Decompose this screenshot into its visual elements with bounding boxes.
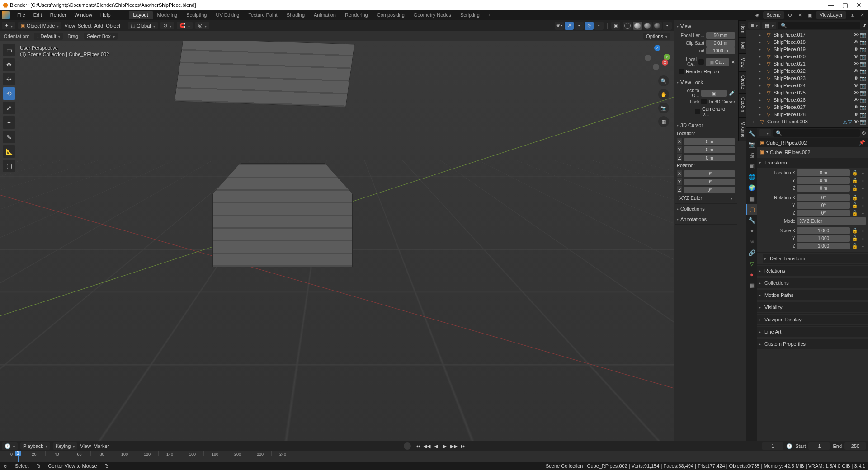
hide-icon[interactable]: 👁 bbox=[854, 32, 859, 38]
delete-scene-button[interactable]: ✕ bbox=[796, 11, 804, 19]
delete-viewlayer-button[interactable]: ✕ bbox=[858, 11, 866, 19]
gizmo-z[interactable]: Z bbox=[654, 45, 660, 51]
ptab-physics[interactable]: ⚛ bbox=[746, 236, 757, 247]
outliner-row[interactable]: ▸▽ShipPiece.017👁📷 bbox=[746, 31, 868, 38]
vh-select[interactable]: Select bbox=[78, 23, 92, 28]
cursor-ry-input[interactable]: 0° bbox=[684, 179, 735, 185]
scale-z-input[interactable]: 1.000 bbox=[797, 243, 850, 249]
npanel-tab-view[interactable]: View bbox=[738, 54, 746, 72]
tab-layout[interactable]: Layout bbox=[129, 11, 153, 19]
annotations-header[interactable]: Annotations bbox=[675, 215, 737, 223]
outliner-filter-button[interactable]: ⧩ bbox=[862, 23, 866, 28]
ptab-constraints[interactable]: 🔗 bbox=[746, 247, 757, 258]
keying-menu[interactable]: Keying bbox=[53, 442, 78, 450]
viewlock-header[interactable]: View Lock bbox=[675, 78, 737, 86]
cursor-z-input[interactable]: 0 m bbox=[684, 155, 735, 161]
prop-section-header[interactable]: Relations bbox=[757, 266, 868, 276]
current-frame-input[interactable]: 1 bbox=[762, 442, 783, 450]
vh-object[interactable]: Object bbox=[106, 23, 120, 28]
tool-select-box[interactable]: ▭ bbox=[3, 44, 15, 56]
tab-rendering[interactable]: Rendering bbox=[340, 11, 373, 19]
menu-file[interactable]: File bbox=[14, 11, 29, 19]
disable-icon[interactable]: 📷 bbox=[860, 104, 866, 110]
lock-lz[interactable]: 🔓 bbox=[852, 185, 858, 191]
lock-rz[interactable]: 🔓 bbox=[852, 210, 858, 216]
timeline-ruler[interactable]: 1 020406080100120140160180200220240 bbox=[0, 451, 868, 462]
new-viewlayer-button[interactable]: ⊕ bbox=[848, 11, 856, 19]
tool-move[interactable]: ✢ bbox=[3, 73, 15, 85]
new-scene-button[interactable]: ⊕ bbox=[786, 11, 794, 19]
object-name-field[interactable]: ▣▾ Cube_RPipes.002 bbox=[757, 147, 868, 157]
disable-icon[interactable]: 📷 bbox=[860, 83, 866, 89]
end-frame-input[interactable]: 250 bbox=[844, 442, 866, 450]
disable-icon[interactable]: 📷 bbox=[860, 54, 866, 60]
tab-uv[interactable]: UV Editing bbox=[211, 11, 244, 19]
focal-length-input[interactable]: 50 mm bbox=[706, 32, 735, 39]
tool-add-cube[interactable]: ▢ bbox=[3, 160, 15, 172]
prop-section-header[interactable]: Collections bbox=[757, 278, 868, 288]
outliner-row[interactable]: ▸▽ShipPiece.020👁📷 bbox=[746, 53, 868, 60]
tool-orientation-dropdown[interactable]: ↕ Default bbox=[34, 33, 63, 40]
loc-x-input[interactable]: 0 m bbox=[797, 169, 850, 176]
disable-icon[interactable]: 📷 bbox=[860, 97, 866, 103]
cursor-rz-input[interactable]: 0° bbox=[684, 187, 735, 193]
view-panel-header[interactable]: View bbox=[675, 22, 737, 30]
camera-to-view-checkbox[interactable] bbox=[695, 109, 700, 114]
rot-z-input[interactable]: 0° bbox=[797, 210, 850, 216]
hide-icon[interactable]: 👁 bbox=[854, 90, 859, 96]
shading-dropdown[interactable]: ▾ bbox=[663, 22, 672, 30]
ptab-particles[interactable]: ✦ bbox=[746, 226, 757, 236]
mesh-object-2[interactable] bbox=[212, 163, 353, 267]
ptab-collection[interactable]: ▦ bbox=[746, 193, 757, 204]
gizmo-neg[interactable] bbox=[645, 55, 651, 61]
clip-end-input[interactable]: 1000 m bbox=[706, 47, 735, 54]
disable-icon[interactable]: 📷 bbox=[860, 32, 866, 38]
disable-icon[interactable]: 📷 bbox=[860, 61, 866, 67]
marker-menu[interactable]: Marker bbox=[94, 443, 109, 449]
hide-icon[interactable]: 👁 bbox=[854, 54, 859, 60]
disable-icon[interactable]: 📷 bbox=[860, 39, 866, 45]
cursor-rotation-mode[interactable]: XYZ Euler bbox=[677, 194, 735, 202]
local-camera-checkbox[interactable] bbox=[698, 59, 704, 65]
lock-sz[interactable]: 🔓 bbox=[852, 243, 858, 249]
disable-icon[interactable]: 📷 bbox=[860, 68, 866, 74]
outliner-row[interactable]: ▸▽ShipPiece.023👁📷 bbox=[746, 75, 868, 82]
npanel-tab-tool[interactable]: Tool bbox=[738, 37, 746, 53]
options-dropdown[interactable]: Options bbox=[643, 33, 670, 40]
visibility-dropdown[interactable]: 👁▾ bbox=[555, 22, 564, 30]
tool-scale[interactable]: ⤢ bbox=[3, 102, 15, 114]
properties-type-dropdown[interactable]: ≡ bbox=[759, 129, 771, 136]
play-reverse-button[interactable]: ◀ bbox=[432, 442, 440, 450]
overlay-toggle[interactable]: ⊙ bbox=[585, 22, 594, 30]
zoom-icon[interactable]: 🔍 bbox=[658, 75, 669, 86]
lock-lx[interactable]: 🔓 bbox=[852, 170, 858, 176]
play-button[interactable]: ▶ bbox=[441, 442, 449, 450]
proportional-dropdown[interactable]: ◎ bbox=[195, 22, 209, 29]
npanel-tab-geosim[interactable]: GeoSim bbox=[738, 93, 746, 118]
auto-key-button[interactable] bbox=[404, 442, 411, 450]
tool-transform[interactable]: ✦ bbox=[3, 116, 15, 129]
hide-icon[interactable]: 👁 bbox=[854, 61, 859, 67]
viewlayer-selector[interactable]: ViewLayer bbox=[816, 11, 846, 19]
cursor-y-input[interactable]: 0 m bbox=[684, 146, 735, 153]
outliner-row[interactable]: ▸▽ShipPiece.024👁📷 bbox=[746, 82, 868, 89]
keyframe-prev-button[interactable]: ◀◀ bbox=[423, 442, 431, 450]
rot-x-input[interactable]: 0° bbox=[797, 194, 850, 201]
hide-icon[interactable]: 👁 bbox=[854, 112, 859, 118]
editor-type-dropdown[interactable]: ✦ bbox=[2, 22, 15, 29]
3d-viewport[interactable]: User Perspective (1) Scene Collection | … bbox=[0, 41, 674, 441]
timeline-type-dropdown[interactable]: 🕐 bbox=[2, 442, 18, 450]
add-workspace-button[interactable]: + bbox=[484, 11, 494, 19]
hide-icon[interactable]: 👁 bbox=[854, 47, 859, 52]
lock-ly[interactable]: 🔓 bbox=[852, 178, 858, 183]
tool-cursor[interactable]: ✥ bbox=[3, 58, 15, 71]
maximize-button[interactable]: ▢ bbox=[842, 1, 848, 9]
mode-dropdown[interactable]: ▣ Object Mode bbox=[18, 22, 61, 29]
snap-dropdown[interactable]: 🧲 bbox=[177, 22, 193, 29]
ptab-data[interactable]: ▽ bbox=[746, 258, 757, 269]
disable-icon[interactable]: 📷 bbox=[860, 75, 866, 81]
ptab-object[interactable]: ▢ bbox=[746, 204, 757, 215]
outliner-row[interactable]: ▸▽ShipPiece.022👁📷 bbox=[746, 67, 868, 75]
ptab-render[interactable]: 📷 bbox=[746, 139, 757, 150]
outliner-row[interactable]: ▸▽ShipPiece.027👁📷 bbox=[746, 103, 868, 111]
